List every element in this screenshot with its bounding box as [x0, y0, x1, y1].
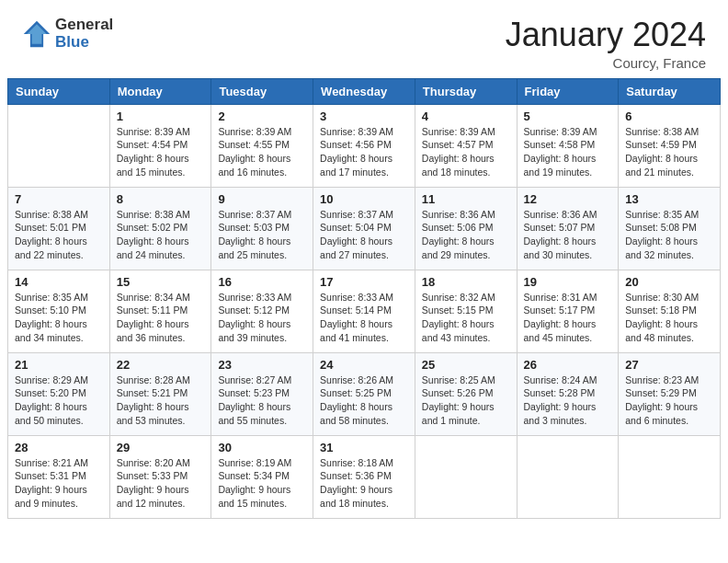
daylight-text: Daylight: 8 hours and 50 minutes.	[15, 401, 87, 426]
week-row-4: 21 Sunrise: 8:29 AM Sunset: 5:20 PM Dayl…	[8, 352, 721, 435]
sunrise-text: Sunrise: 8:37 AM	[320, 209, 393, 220]
daylight-text: Daylight: 8 hours and 58 minutes.	[320, 401, 392, 426]
daylight-text: Daylight: 8 hours and 22 minutes.	[15, 236, 87, 260]
sunrise-text: Sunrise: 8:26 AM	[320, 374, 393, 385]
sunrise-text: Sunrise: 8:33 AM	[218, 292, 291, 303]
sunrise-text: Sunrise: 8:39 AM	[320, 126, 393, 137]
cell-w2-d3: 9 Sunrise: 8:37 AM Sunset: 5:03 PM Dayli…	[211, 187, 313, 270]
day-number: 2	[218, 109, 306, 123]
daylight-text: Daylight: 9 hours and 9 minutes.	[15, 484, 87, 509]
day-number: 6	[625, 109, 713, 123]
sunrise-text: Sunrise: 8:30 AM	[625, 292, 699, 303]
sunset-text: Sunset: 5:26 PM	[422, 387, 494, 398]
sunset-text: Sunset: 5:02 PM	[117, 222, 188, 233]
day-info: Sunrise: 8:24 AM Sunset: 5:28 PM Dayligh…	[524, 373, 612, 428]
cell-w1-d6: 5 Sunrise: 8:39 AM Sunset: 4:58 PM Dayli…	[517, 104, 619, 187]
day-info: Sunrise: 8:39 AM Sunset: 4:55 PM Dayligh…	[218, 125, 306, 179]
sunset-text: Sunset: 5:17 PM	[524, 304, 596, 316]
day-number: 13	[625, 192, 713, 206]
sunset-text: Sunset: 5:23 PM	[218, 387, 290, 398]
day-info: Sunrise: 8:35 AM Sunset: 5:08 PM Dayligh…	[625, 208, 713, 262]
sunrise-text: Sunrise: 8:36 AM	[524, 209, 597, 220]
sunset-text: Sunset: 4:58 PM	[524, 139, 596, 150]
sunset-text: Sunset: 5:03 PM	[218, 222, 290, 233]
day-number: 18	[422, 275, 510, 289]
sunset-text: Sunset: 5:06 PM	[422, 222, 494, 233]
day-number: 23	[218, 358, 306, 372]
sunrise-text: Sunrise: 8:38 AM	[117, 209, 190, 220]
daylight-text: Daylight: 9 hours and 1 minute.	[422, 401, 495, 426]
page: General Blue January 2024 Courcy, France…	[0, 0, 728, 563]
cell-w3-d4: 17 Sunrise: 8:33 AM Sunset: 5:14 PM Dayl…	[313, 270, 415, 352]
daylight-text: Daylight: 8 hours and 15 minutes.	[117, 153, 189, 178]
sunset-text: Sunset: 5:20 PM	[15, 387, 86, 398]
cell-w2-d2: 8 Sunrise: 8:38 AM Sunset: 5:02 PM Dayli…	[109, 187, 211, 270]
sunrise-text: Sunrise: 8:20 AM	[117, 457, 190, 468]
day-info: Sunrise: 8:32 AM Sunset: 5:15 PM Dayligh…	[422, 291, 510, 345]
cell-w5-d7	[619, 435, 721, 518]
col-wednesday: Wednesday	[313, 78, 415, 104]
day-number: 3	[320, 109, 408, 123]
day-info: Sunrise: 8:23 AM Sunset: 5:29 PM Dayligh…	[625, 373, 713, 428]
sunrise-text: Sunrise: 8:39 AM	[524, 126, 597, 137]
day-number: 20	[625, 275, 713, 289]
day-number: 28	[15, 441, 103, 454]
day-info: Sunrise: 8:25 AM Sunset: 5:26 PM Dayligh…	[422, 373, 510, 428]
daylight-text: Daylight: 8 hours and 17 minutes.	[320, 153, 392, 178]
cell-w2-d7: 13 Sunrise: 8:35 AM Sunset: 5:08 PM Dayl…	[619, 187, 721, 270]
day-info: Sunrise: 8:35 AM Sunset: 5:10 PM Dayligh…	[15, 291, 103, 345]
day-number: 16	[218, 275, 306, 289]
cell-w4-d1: 21 Sunrise: 8:29 AM Sunset: 5:20 PM Dayl…	[8, 352, 110, 435]
sunrise-text: Sunrise: 8:19 AM	[218, 457, 291, 468]
sunset-text: Sunset: 5:12 PM	[218, 304, 290, 316]
day-number: 7	[15, 192, 103, 206]
sunset-text: Sunset: 5:15 PM	[422, 304, 494, 316]
day-info: Sunrise: 8:27 AM Sunset: 5:23 PM Dayligh…	[218, 373, 306, 428]
cell-w3-d3: 16 Sunrise: 8:33 AM Sunset: 5:12 PM Dayl…	[211, 270, 313, 352]
calendar-wrapper: Sunday Monday Tuesday Wednesday Thursday…	[0, 78, 728, 526]
cell-w4-d5: 25 Sunrise: 8:25 AM Sunset: 5:26 PM Dayl…	[415, 352, 517, 435]
sunrise-text: Sunrise: 8:18 AM	[320, 457, 393, 468]
sunset-text: Sunset: 4:55 PM	[218, 139, 290, 150]
col-sunday: Sunday	[8, 78, 110, 104]
logo-blue-text: Blue	[55, 34, 113, 52]
sunset-text: Sunset: 5:21 PM	[117, 387, 188, 398]
title-month: January 2024	[506, 17, 706, 53]
calendar-body: 1 Sunrise: 8:39 AM Sunset: 4:54 PM Dayli…	[8, 104, 721, 518]
logo: General Blue	[22, 17, 113, 51]
sunrise-text: Sunrise: 8:36 AM	[422, 209, 495, 220]
sunset-text: Sunset: 5:11 PM	[117, 304, 188, 316]
daylight-text: Daylight: 9 hours and 6 minutes.	[625, 401, 698, 426]
daylight-text: Daylight: 8 hours and 34 minutes.	[15, 318, 87, 343]
sunrise-text: Sunrise: 8:24 AM	[524, 374, 597, 385]
sunrise-text: Sunrise: 8:23 AM	[625, 374, 699, 385]
day-number: 26	[524, 358, 612, 372]
week-row-5: 28 Sunrise: 8:21 AM Sunset: 5:31 PM Dayl…	[8, 435, 721, 518]
day-info: Sunrise: 8:33 AM Sunset: 5:12 PM Dayligh…	[218, 291, 306, 345]
daylight-text: Daylight: 8 hours and 45 minutes.	[524, 318, 597, 343]
day-info: Sunrise: 8:38 AM Sunset: 4:59 PM Dayligh…	[625, 125, 713, 179]
day-info: Sunrise: 8:30 AM Sunset: 5:18 PM Dayligh…	[625, 291, 713, 345]
cell-w1-d4: 3 Sunrise: 8:39 AM Sunset: 4:56 PM Dayli…	[313, 104, 415, 187]
logo-general-text: General	[55, 17, 113, 34]
daylight-text: Daylight: 8 hours and 53 minutes.	[117, 401, 189, 426]
title-location: Courcy, France	[506, 55, 706, 71]
cell-w4-d6: 26 Sunrise: 8:24 AM Sunset: 5:28 PM Dayl…	[517, 352, 619, 435]
sunrise-text: Sunrise: 8:27 AM	[218, 374, 291, 385]
sunrise-text: Sunrise: 8:28 AM	[117, 374, 190, 385]
day-number: 12	[524, 192, 612, 206]
cell-w5-d2: 29 Sunrise: 8:20 AM Sunset: 5:33 PM Dayl…	[109, 435, 211, 518]
sunset-text: Sunset: 4:57 PM	[422, 139, 494, 150]
cell-w5-d5	[415, 435, 517, 518]
day-number: 11	[422, 192, 510, 206]
sunset-text: Sunset: 5:18 PM	[625, 304, 697, 316]
daylight-text: Daylight: 8 hours and 48 minutes.	[625, 318, 698, 343]
sunrise-text: Sunrise: 8:21 AM	[15, 457, 88, 468]
sunset-text: Sunset: 5:14 PM	[320, 304, 392, 316]
logo-text: General Blue	[55, 17, 113, 51]
sunset-text: Sunset: 4:54 PM	[117, 139, 188, 150]
cell-w4-d4: 24 Sunrise: 8:26 AM Sunset: 5:25 PM Dayl…	[313, 352, 415, 435]
col-friday: Friday	[517, 78, 619, 104]
daylight-text: Daylight: 8 hours and 24 minutes.	[117, 236, 189, 260]
sunrise-text: Sunrise: 8:29 AM	[15, 374, 88, 385]
